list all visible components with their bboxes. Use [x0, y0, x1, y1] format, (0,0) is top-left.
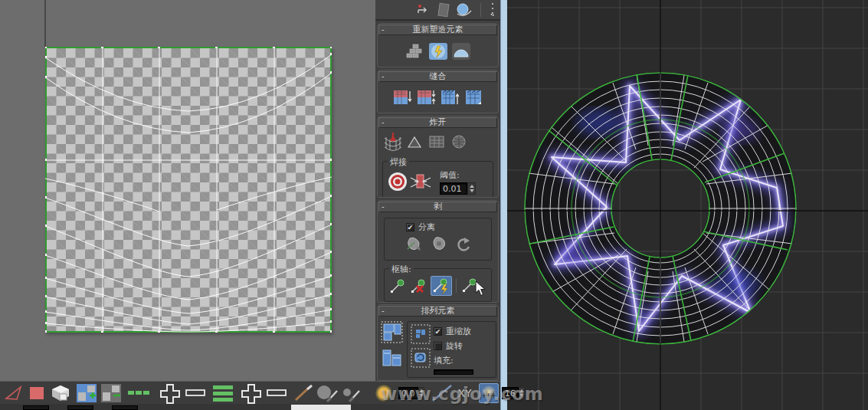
stitch-plain-icon[interactable]: [463, 89, 483, 107]
weld-group-label: 焊接: [388, 156, 409, 168]
flatten-triangle-icon[interactable]: [405, 133, 424, 151]
shrink-selection-icon[interactable]: [100, 384, 122, 402]
plus-icon[interactable]: [159, 384, 182, 402]
stitch-average-icon[interactable]: [416, 89, 436, 107]
rollout-reshape-header[interactable]: - 重新塑造元素: [378, 25, 497, 35]
brush-small-icon[interactable]: [339, 384, 362, 402]
uv-guide-line: [44, 0, 46, 47]
flatten-sphere-icon[interactable]: [449, 133, 469, 151]
unwrap-tool-panel: - 重新塑造元素: [375, 0, 500, 410]
separate-label: 分离: [418, 221, 435, 233]
grid-stack-icon[interactable]: [405, 42, 425, 61]
stitch-custom-icon[interactable]: [392, 89, 412, 107]
unwrap-uvw-editor: - 重新塑造元素: [0, 0, 868, 410]
padding-label: 填充:: [434, 355, 473, 366]
minus-icon[interactable]: [185, 384, 206, 402]
viewport-render: [507, 0, 868, 410]
threshold-field[interactable]: 0.01: [440, 182, 467, 195]
rollout-peel-header[interactable]: - 剥: [378, 202, 497, 212]
pin-clear-icon[interactable]: [409, 277, 429, 295]
rollout-stitch-header[interactable]: - 缝合: [378, 71, 497, 82]
brush-icon[interactable]: [293, 384, 315, 402]
panel-top-toolbar: [375, 0, 500, 21]
rollout-title: 排列元素: [421, 306, 455, 316]
pin-icon[interactable]: [388, 277, 408, 295]
weld-group: 焊接 阈值: 0.01: [382, 161, 493, 198]
w-field[interactable]: [112, 405, 138, 410]
rotate-label: 旋转: [446, 340, 463, 352]
pelt-point-icon[interactable]: [415, 1, 432, 19]
green-lines-icon[interactable]: [212, 384, 234, 402]
peel-reset-icon[interactable]: [453, 235, 473, 253]
pin-active-icon[interactable]: [431, 276, 452, 296]
minus2-icon[interactable]: [266, 384, 287, 402]
collapse-icon[interactable]: -: [382, 118, 385, 127]
green-dashes-icon[interactable]: [128, 384, 151, 402]
grow-selection-icon[interactable]: [76, 384, 97, 402]
pivot-group-label: 枢轴:: [389, 264, 414, 275]
rollout-arrange-header[interactable]: - 排列元素: [378, 306, 497, 317]
spinner-down-icon[interactable]: [470, 189, 474, 192]
mouse-cursor-icon: [475, 280, 487, 300]
red-square-icon[interactable]: [28, 384, 45, 402]
panel-scrollbar[interactable]: [500, 0, 507, 410]
uv-wireframe: [45, 47, 332, 333]
rollout-title: 缝合: [430, 71, 447, 81]
cube-icon[interactable]: [50, 384, 71, 402]
u-field[interactable]: [23, 405, 49, 410]
weld-selected-icon[interactable]: [409, 170, 432, 193]
threshold-label: 阈值:: [440, 169, 476, 181]
weld-target-icon[interactable]: [386, 170, 409, 193]
flatten-grid-icon[interactable]: [427, 133, 447, 151]
rollout-title: 炸开: [430, 117, 447, 127]
rollout-arrange: - 排列元素: [377, 304, 499, 381]
stitch-source-icon[interactable]: [440, 89, 460, 107]
rollout-explode: - 炸开 焊接: [377, 116, 499, 198]
rollout-reshape: - 重新塑造元素: [377, 23, 499, 67]
uv-edit-canvas[interactable]: [0, 0, 375, 381]
arrange-options-group: ✔ 重缩放 旋转 填充:: [407, 321, 496, 378]
pack-normalize-icon[interactable]: [381, 321, 404, 344]
pack-small-icon[interactable]: [411, 324, 431, 344]
collapse-icon[interactable]: -: [382, 25, 385, 34]
rollout-stitch: - 缝合: [377, 70, 499, 113]
collapse-icon[interactable]: -: [382, 72, 385, 81]
pack-bars-icon[interactable]: [381, 349, 404, 369]
brush-large-icon[interactable]: [315, 384, 339, 402]
column-dots-icon[interactable]: [488, 1, 500, 19]
peel-seams-icon[interactable]: [404, 235, 424, 253]
rollout-title: 剥: [434, 202, 442, 212]
sphere-arc-icon[interactable]: [455, 1, 473, 19]
collapse-icon[interactable]: -: [382, 307, 385, 316]
peel-mode-icon[interactable]: [428, 235, 448, 253]
perspective-viewport[interactable]: [507, 0, 868, 410]
v-field[interactable]: [67, 405, 93, 410]
rescale-checkbox[interactable]: ✔: [434, 327, 442, 336]
explode-icon[interactable]: [382, 133, 402, 151]
bottom-toolbar-row2: [0, 404, 500, 410]
threshold-spinner[interactable]: [467, 182, 476, 195]
relax-bolt-icon[interactable]: [428, 42, 448, 61]
dome-icon[interactable]: [451, 42, 471, 61]
separate-checkbox[interactable]: ✔: [406, 223, 414, 231]
rollout-title: 重新塑造元素: [413, 25, 463, 34]
rescale-label: 重缩放: [446, 326, 471, 337]
pack-rotate-icon[interactable]: [411, 348, 431, 368]
page-grid-icon[interactable]: [437, 1, 450, 19]
spinner-up-icon[interactable]: [470, 185, 474, 188]
rollout-explode-header[interactable]: - 炸开: [378, 117, 497, 128]
uv-tile[interactable]: [45, 47, 332, 333]
plus2-icon[interactable]: [240, 384, 263, 402]
padding-field[interactable]: [434, 369, 473, 375]
map-dropdown[interactable]: [291, 405, 351, 410]
collapse-icon[interactable]: -: [382, 202, 385, 212]
rotate-checkbox[interactable]: [434, 342, 442, 350]
lasso-triangle-icon[interactable]: [4, 384, 24, 402]
peel-group: ✔ 分离: [384, 218, 492, 261]
watermark: www.cgjoy.com: [381, 384, 544, 404]
